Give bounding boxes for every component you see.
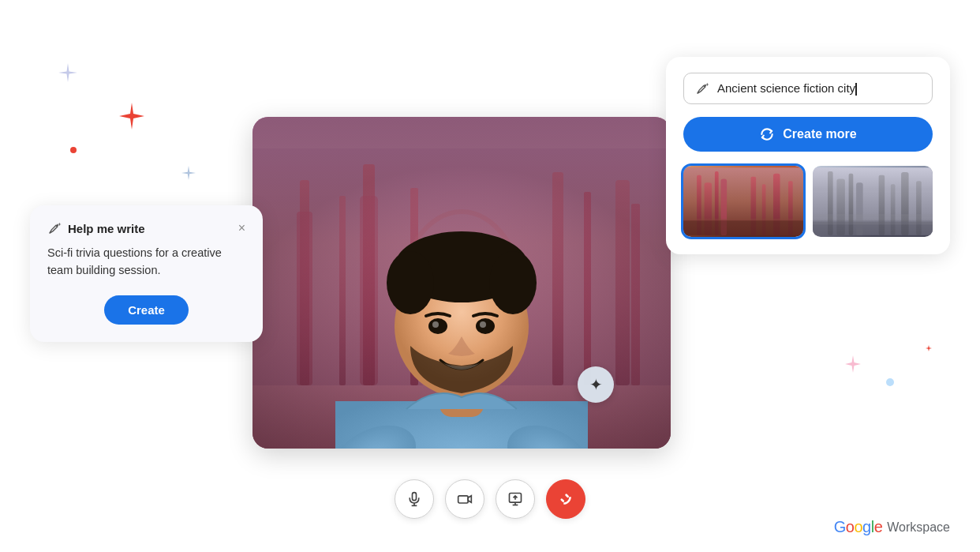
- prompt-value: Ancient science fiction city: [717, 81, 855, 95]
- sparkle-red-dot: [69, 146, 77, 154]
- person-svg: [252, 117, 671, 449]
- g2-letter: g: [862, 518, 871, 535]
- prompt-input-row[interactable]: Ancient science fiction city: [683, 73, 933, 104]
- svg-rect-34: [458, 496, 469, 503]
- help-me-write-card: Help me write × Sci-fi trivia questions …: [30, 205, 263, 342]
- card-title-area: Help me write: [47, 221, 145, 235]
- svg-rect-31: [413, 493, 417, 501]
- refresh-icon: [759, 126, 775, 142]
- mic-button[interactable]: [395, 479, 434, 519]
- svg-point-21: [387, 251, 434, 314]
- camera-button[interactable]: [445, 479, 484, 519]
- pencil-sparkle-icon: [47, 221, 62, 235]
- create-button[interactable]: Create: [104, 295, 189, 325]
- help-write-title: Help me write: [68, 222, 145, 235]
- card-close-button[interactable]: ×: [238, 222, 245, 235]
- create-more-label: Create more: [783, 127, 856, 141]
- sparkle-blue-top-left: [57, 62, 79, 84]
- thumbnail-1[interactable]: [683, 166, 803, 237]
- mic-icon: [406, 491, 422, 507]
- sparkle-red-dot-right: [925, 344, 933, 352]
- svg-rect-48: [683, 219, 803, 221]
- svg-point-26: [480, 321, 486, 328]
- ai-sparkle-button[interactable]: ✦: [578, 366, 614, 403]
- create-more-button[interactable]: Create more: [683, 117, 933, 152]
- google-letters: Google: [834, 518, 883, 536]
- camera-icon: [457, 491, 473, 507]
- share-icon: [507, 491, 523, 507]
- thumbnail-2[interactable]: [813, 166, 933, 237]
- svg-rect-60: [813, 214, 933, 224]
- svg-point-25: [432, 321, 439, 328]
- workspace-label: Workspace: [887, 520, 950, 535]
- svg-point-1: [886, 378, 894, 386]
- thumb2-image: [813, 166, 933, 237]
- svg-rect-36: [565, 494, 570, 498]
- sparkle-red-large: [117, 101, 147, 131]
- text-cursor: [855, 83, 857, 96]
- image-thumbnails-row: [683, 166, 933, 237]
- share-button[interactable]: [496, 479, 535, 519]
- end-call-button[interactable]: [546, 479, 585, 519]
- ai-sparkle-icon: ✦: [589, 375, 603, 394]
- svg-rect-37: [560, 498, 565, 503]
- video-feed: ✦: [252, 117, 671, 449]
- sparkle-lightblue-small-right: [885, 377, 895, 387]
- svg-point-22: [489, 251, 537, 314]
- card-body-text: Sci-fi trivia questions for a creative t…: [47, 245, 245, 280]
- g-letter: G: [834, 518, 846, 535]
- thumb1-image: [683, 166, 803, 237]
- sparkle-pink-right: [843, 354, 863, 374]
- prompt-text: Ancient science fiction city: [717, 81, 921, 96]
- card-header: Help me write ×: [47, 221, 245, 235]
- o2-letter: o: [854, 518, 862, 535]
- svg-point-0: [70, 147, 77, 153]
- o1-letter: o: [846, 518, 855, 535]
- ai-image-card: Ancient science fiction city Create more: [666, 57, 950, 254]
- person-overlay: [252, 117, 671, 449]
- end-call-icon: [557, 490, 574, 508]
- sparkle-lightblue: [180, 164, 197, 182]
- svg-rect-47: [683, 220, 803, 235]
- wand-icon: [695, 81, 709, 96]
- google-workspace-logo: Google Workspace: [834, 518, 950, 536]
- video-controls-bar: [395, 479, 585, 519]
- e-letter: e: [874, 518, 883, 535]
